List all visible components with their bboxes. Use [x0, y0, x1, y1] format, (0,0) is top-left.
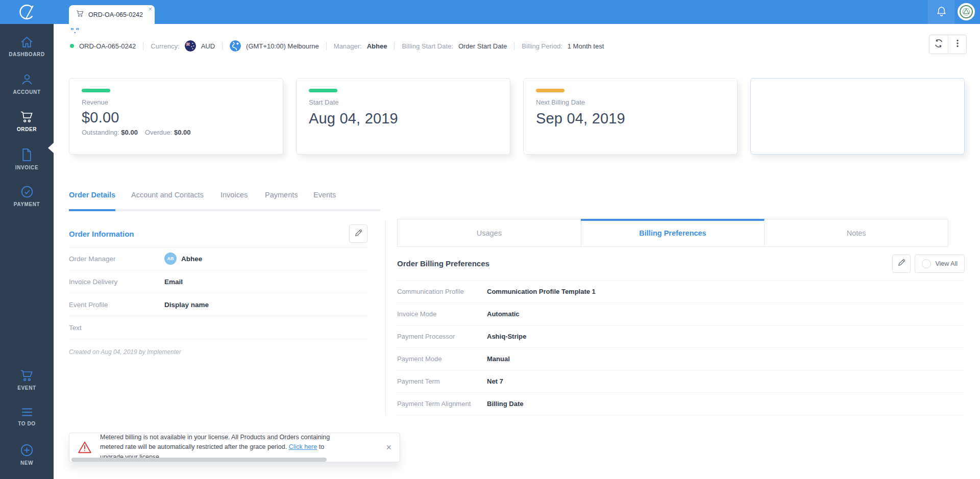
info-row-text: Text: [69, 316, 368, 339]
order-status-dot: [70, 44, 74, 48]
sidebar-item-dashboard[interactable]: DASHBOARD: [0, 36, 54, 65]
user-avatar[interactable]: [958, 3, 975, 20]
kebab-menu-icon: [953, 39, 962, 50]
tab-notes[interactable]: Notes: [764, 219, 948, 246]
panel-divider: [385, 220, 386, 416]
sidebar-item-label: ACCOUNT: [13, 89, 40, 95]
bell-icon: [936, 5, 947, 19]
row-value: Billing Date: [487, 400, 524, 408]
sidebar-item-label: DASHBOARD: [9, 52, 44, 57]
outstanding-value: $0.00: [121, 129, 138, 136]
billing-panel-tabs: Usages Billing Preferences Notes: [397, 219, 948, 247]
row-value: Net 7: [487, 377, 503, 385]
sidebar-item-new[interactable]: NEW: [0, 443, 54, 473]
sidebar: DASHBOARD ACCOUNT ORDER INVOICE PAYMENT …: [0, 24, 54, 479]
billing-start-value: Order Start Date: [458, 42, 507, 50]
order-tab-label: ORD-OA-065-0242: [88, 11, 143, 18]
globe-icon: [230, 40, 241, 52]
check-circle-icon: [20, 185, 34, 198]
next-billing-date-value: Sep 04, 2019: [536, 110, 725, 127]
upgrade-license-link[interactable]: Click here: [289, 443, 317, 450]
order-information-panel: Order Information Order Manager AB Abhee…: [69, 220, 368, 356]
card-accent-bar: [536, 89, 565, 92]
tab-close-icon[interactable]: ×: [148, 6, 152, 13]
topbar: ORD-OA-065-0242 ×: [0, 0, 980, 24]
currency-label: Currency:: [151, 42, 179, 50]
row-label: Payment Processor: [397, 333, 487, 340]
manager-value: Abhee: [367, 42, 387, 50]
close-warning-icon[interactable]: ×: [386, 443, 391, 452]
empty-card: [750, 78, 965, 155]
app-logo-icon[interactable]: [14, 3, 39, 22]
view-all-label: View All: [935, 260, 958, 267]
pencil-icon: [897, 258, 906, 269]
start-date-value: Aug 04, 2019: [309, 110, 498, 127]
row-value: Automatic: [487, 310, 520, 318]
header-actions: [929, 35, 967, 54]
horizontal-scrollbar[interactable]: [71, 458, 327, 462]
order-detail-tabs: Order Details Account and Contacts Invoi…: [69, 191, 380, 211]
row-label: Text: [69, 324, 164, 332]
more-options-button[interactable]: [948, 35, 966, 54]
manager-avatar: AB: [164, 253, 177, 265]
overdue-value: $0.00: [174, 129, 191, 136]
row-value: Display name: [164, 301, 209, 309]
sidebar-item-label: PAYMENT: [14, 201, 40, 207]
document-icon: [21, 148, 33, 162]
row-label: Order Manager: [69, 255, 164, 263]
sidebar-item-invoice[interactable]: INVOICE: [0, 148, 54, 178]
sidebar-item-account[interactable]: ACCOUNT: [0, 73, 54, 103]
billing-preferences-title: Order Billing Preferences: [397, 259, 489, 268]
billing-preferences-rows: Communication Profile Communication Prof…: [397, 281, 965, 415]
tab-usages[interactable]: Usages: [398, 219, 581, 246]
edit-billing-preferences-button[interactable]: [892, 255, 911, 273]
view-all-toggle[interactable]: View All: [915, 255, 965, 273]
card-label: Next Billing Date: [536, 98, 725, 106]
order-tab[interactable]: ORD-OA-065-0242 ×: [69, 5, 155, 24]
bp-row-payment-term: Payment Term Net 7: [397, 370, 965, 393]
avatar-emblem-icon: [960, 5, 973, 18]
order-name: ".": [70, 27, 79, 35]
sidebar-item-order[interactable]: ORDER: [0, 110, 54, 140]
tab-events[interactable]: Events: [313, 191, 336, 211]
revenue-value: $0.00: [82, 109, 271, 126]
row-value: Ashiq-Stripe: [487, 333, 526, 340]
billing-period-value: 1 Month test: [568, 42, 604, 50]
billing-start-label: Billing Start Date:: [402, 42, 453, 50]
cart-icon: [20, 369, 34, 382]
info-row-event-profile: Event Profile Display name: [69, 293, 368, 316]
tabs-underline-track: [69, 209, 380, 211]
toggle-circle-icon: [922, 259, 931, 268]
revenue-card: Revenue $0.00 Outstanding: $0.00 Overdue…: [69, 78, 283, 155]
notifications-button[interactable]: [928, 0, 954, 24]
row-value: Email: [164, 278, 183, 286]
bp-row-payment-processor: Payment Processor Ashiq-Stripe: [397, 325, 965, 348]
tab-order-details[interactable]: Order Details: [69, 191, 115, 211]
refresh-button[interactable]: [929, 35, 948, 54]
row-label: Invoice Mode: [397, 310, 487, 318]
divider: [143, 42, 143, 50]
row-label: Payment Term Alignment: [397, 400, 487, 408]
sidebar-item-event[interactable]: EVENT: [0, 369, 54, 398]
bp-row-payment-term-alignment: Payment Term Alignment Billing Date: [397, 393, 965, 415]
next-billing-date-card: Next Billing Date Sep 04, 2019: [523, 78, 738, 155]
start-date-card: Start Date Aug 04, 2019: [296, 78, 510, 155]
card-label: Start Date: [309, 98, 498, 106]
tab-payments[interactable]: Payments: [265, 191, 298, 211]
sidebar-item-label: ORDER: [17, 127, 37, 132]
row-value: AB Abhee: [164, 253, 202, 265]
sidebar-item-payment[interactable]: PAYMENT: [0, 185, 54, 215]
plus-circle-icon: [20, 443, 34, 457]
sidebar-item-todo[interactable]: TO DO: [0, 407, 54, 436]
row-label: Communication Profile: [397, 288, 487, 295]
currency-value: AUD: [201, 42, 215, 50]
edit-order-information-button[interactable]: [349, 224, 368, 243]
card-label: Revenue: [82, 98, 271, 106]
order-header-row: ORD-OA-065-0242 Currency: AUD (GMT+10:00…: [70, 40, 604, 52]
row-value: Communication Profile Template 1: [487, 288, 596, 295]
tab-invoices[interactable]: Invoices: [220, 191, 248, 211]
tab-account-and-contacts[interactable]: Account and Contacts: [131, 191, 204, 211]
pencil-icon: [354, 229, 363, 239]
divider: [326, 42, 327, 50]
tab-billing-preferences[interactable]: Billing Preferences: [581, 219, 765, 246]
